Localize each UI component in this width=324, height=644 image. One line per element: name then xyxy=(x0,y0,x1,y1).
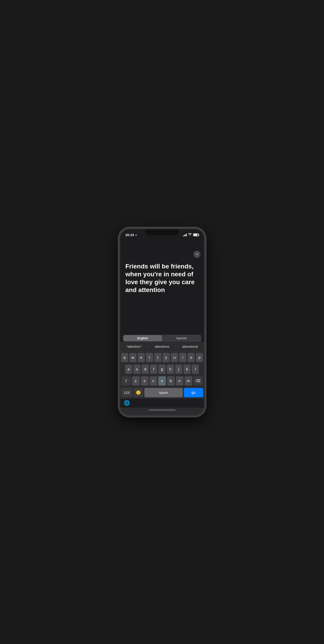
home-bar xyxy=(149,410,176,410)
key-v[interactable]: v xyxy=(158,376,166,386)
key-a[interactable]: a xyxy=(125,364,132,374)
key-row-1: q w e r t y u i o p xyxy=(121,353,203,362)
space-key[interactable]: space xyxy=(144,388,183,397)
autocomplete-item-1[interactable]: “attention” xyxy=(120,344,148,348)
time-display: 20:23 xyxy=(125,233,134,237)
close-button[interactable]: ✕ xyxy=(193,251,201,258)
key-t[interactable]: t xyxy=(154,353,161,362)
key-u[interactable]: u xyxy=(171,353,178,362)
key-j[interactable]: j xyxy=(175,364,182,374)
num-key[interactable]: 123 xyxy=(121,388,132,397)
key-k[interactable]: k xyxy=(183,364,191,374)
english-tab[interactable]: English xyxy=(123,335,162,341)
key-x[interactable]: x xyxy=(141,376,148,386)
go-key[interactable]: go xyxy=(184,388,203,397)
globe-icon[interactable]: 🌐 xyxy=(124,400,130,406)
key-f[interactable]: f xyxy=(150,364,157,374)
key-m[interactable]: m xyxy=(185,376,192,386)
status-icons xyxy=(183,233,199,236)
key-n[interactable]: n xyxy=(176,376,183,386)
keyboard: q w e r t y u i o p a s d f g xyxy=(120,352,204,399)
emoji-key[interactable]: 🙂 xyxy=(134,388,143,397)
shift-key[interactable]: ⇧ xyxy=(121,376,131,386)
key-y[interactable]: y xyxy=(163,353,170,362)
key-c[interactable]: c xyxy=(150,376,157,386)
autocomplete-item-3[interactable]: attentional xyxy=(176,344,204,348)
language-selector: English Spanish xyxy=(123,335,201,342)
key-row-2: a s d f g h j k l xyxy=(121,364,203,374)
delete-key[interactable]: ⌫ xyxy=(193,376,203,386)
key-w[interactable]: w xyxy=(129,353,136,362)
key-b[interactable]: b xyxy=(167,376,175,386)
keyboard-area: English Spanish “attention” attentions a… xyxy=(120,333,204,415)
content-area: ✕ Friends will be friends, when you're i… xyxy=(120,239,204,333)
autocomplete-item-2[interactable]: attentions xyxy=(148,344,176,348)
key-p[interactable]: p xyxy=(196,353,203,362)
location-icon: ▲ xyxy=(135,234,137,236)
key-i[interactable]: i xyxy=(179,353,186,362)
home-indicator xyxy=(120,408,204,415)
spanish-tab[interactable]: Spanish xyxy=(162,335,201,341)
key-h[interactable]: h xyxy=(167,364,174,374)
key-s[interactable]: s xyxy=(133,364,141,374)
wifi-icon xyxy=(188,233,192,236)
key-row-3: ⇧ z x c v b n m ⌫ xyxy=(121,376,203,386)
key-o[interactable]: o xyxy=(188,353,195,362)
quote-text: Friends will be friends, when you're in … xyxy=(120,249,204,298)
key-q[interactable]: q xyxy=(121,353,128,362)
battery-icon xyxy=(193,234,199,236)
key-e[interactable]: e xyxy=(138,353,145,362)
globe-row: 🌐 xyxy=(120,399,204,408)
key-r[interactable]: r xyxy=(146,353,153,362)
signal-icon xyxy=(183,234,187,236)
key-g[interactable]: g xyxy=(158,364,165,374)
autocomplete-bar: “attention” attentions attentional xyxy=(120,342,204,352)
key-d[interactable]: d xyxy=(142,364,149,374)
key-row-4: 123 🙂 space go xyxy=(121,388,203,397)
status-time: 20:23 ▲ xyxy=(125,233,137,237)
key-z[interactable]: z xyxy=(132,376,140,386)
key-l[interactable]: l xyxy=(192,364,199,374)
